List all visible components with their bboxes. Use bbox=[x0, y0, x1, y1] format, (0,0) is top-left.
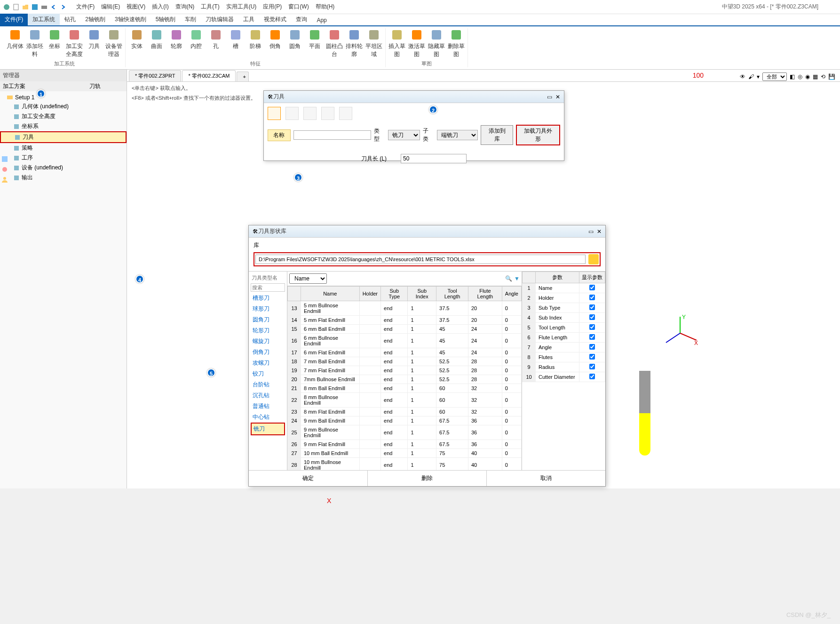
type-item[interactable]: 台阶钻 bbox=[251, 379, 285, 390]
param-checkbox[interactable] bbox=[589, 295, 595, 300]
table-row[interactable]: 259 mm Bullnose Endmillend167.5360 bbox=[288, 425, 522, 440]
ribbon-item[interactable]: 添加坯料 bbox=[26, 28, 43, 58]
ribbon-item[interactable]: 隐藏草图 bbox=[428, 28, 445, 58]
param-checkbox[interactable] bbox=[589, 285, 595, 290]
ribbon-tab-app[interactable]: App bbox=[312, 15, 331, 25]
table-header[interactable]: Flute Length bbox=[468, 287, 502, 301]
ribbon-item[interactable]: 刀具 bbox=[86, 28, 103, 58]
save-view-icon[interactable]: 💾 bbox=[828, 73, 835, 80]
ribbon-tab-visual[interactable]: 视觉样式 bbox=[259, 14, 291, 25]
menu-query[interactable]: 查询(N) bbox=[175, 3, 195, 11]
type-item[interactable]: 铣刀 bbox=[251, 423, 285, 435]
ribbon-item[interactable]: 圆柱凸台 bbox=[326, 28, 343, 58]
menu-utility[interactable]: 实用工具(U) bbox=[226, 3, 257, 11]
menu-insert[interactable]: 插入(I) bbox=[152, 3, 168, 11]
cancel-button[interactable]: 取消 bbox=[486, 471, 605, 486]
filter-field-select[interactable]: Name bbox=[289, 273, 327, 284]
type-item[interactable]: 球形刀 bbox=[251, 304, 285, 314]
param-checkbox[interactable] bbox=[589, 374, 595, 379]
library-path-input[interactable] bbox=[255, 255, 586, 264]
new-icon[interactable] bbox=[12, 3, 20, 11]
menu-window[interactable]: 窗口(W) bbox=[288, 3, 309, 11]
table-header[interactable]: Name bbox=[301, 287, 360, 301]
ribbon-item[interactable]: 阶梯 bbox=[247, 28, 264, 58]
ribbon-item[interactable]: 插入草图 bbox=[388, 28, 405, 58]
table-header[interactable]: Sub Index bbox=[408, 287, 436, 301]
view-icon[interactable] bbox=[1, 166, 8, 173]
render-icon[interactable]: ◎ bbox=[798, 73, 802, 80]
menu-file[interactable]: 文件(F) bbox=[76, 3, 95, 11]
ribbon-tab-tools[interactable]: 工具 bbox=[238, 14, 259, 25]
table-row[interactable]: 218 mm Ball Endmillend160320 bbox=[288, 384, 522, 393]
table-header[interactable]: Angle bbox=[502, 287, 521, 301]
table-row[interactable]: 197 mm Flat Endmillend152.5280 bbox=[288, 366, 522, 375]
table-row[interactable]: 228 mm Bullnose Endmillend160320 bbox=[288, 393, 522, 408]
ribbon-item[interactable]: 坐标 bbox=[46, 28, 63, 58]
ribbon-tab-file[interactable]: 文件(F) bbox=[0, 14, 28, 25]
ribbon-tab-2axis[interactable]: 2轴铣削 bbox=[80, 14, 110, 25]
filter-funnel-icon[interactable]: ▼ bbox=[514, 275, 520, 282]
browse-folder-icon[interactable] bbox=[588, 254, 599, 264]
type-item[interactable]: 攻螺刀 bbox=[251, 358, 285, 368]
menu-tools[interactable]: 工具(T) bbox=[201, 3, 219, 11]
menu-app[interactable]: 应用(P) bbox=[263, 3, 282, 11]
type-item[interactable]: 铰刀 bbox=[251, 368, 285, 379]
doc-tab-cam[interactable]: * 零件002.Z3CAM bbox=[182, 70, 236, 81]
ribbon-item[interactable]: 内腔 bbox=[188, 28, 205, 58]
tree-item[interactable]: 刀具 bbox=[0, 131, 127, 143]
table-row[interactable]: 187 mm Ball Endmillend152.5280 bbox=[288, 357, 522, 366]
param-checkbox[interactable] bbox=[589, 334, 595, 340]
tree-item[interactable]: 加工安全高度 bbox=[0, 112, 127, 121]
menu-view[interactable]: 视图(V) bbox=[127, 3, 145, 11]
name-input[interactable] bbox=[293, 130, 372, 140]
table-row[interactable]: 238 mm Flat Endmillend160320 bbox=[288, 408, 522, 416]
tree-item[interactable]: 策略 bbox=[0, 143, 127, 153]
tree-item[interactable]: 工序 bbox=[0, 153, 127, 163]
ribbon-item[interactable]: 几何体 bbox=[7, 28, 24, 58]
brush-icon[interactable]: 🖌 bbox=[748, 73, 754, 80]
table-header[interactable]: Holder bbox=[359, 287, 380, 301]
ribbon-tab-cam[interactable]: 加工系统 bbox=[28, 14, 60, 25]
minimize-icon[interactable]: ▭ bbox=[547, 94, 552, 100]
table-row[interactable]: 249 mm Ball Endmillend167.5360 bbox=[288, 416, 522, 425]
tree-root[interactable]: Setup 1 bbox=[0, 93, 127, 102]
ribbon-tab-3axis[interactable]: 3轴快速铣削 bbox=[110, 14, 151, 25]
cube-icon[interactable]: ◧ bbox=[790, 73, 795, 80]
tree-item[interactable]: 设备 (undefined) bbox=[0, 163, 127, 173]
tool-tab-drill[interactable] bbox=[285, 107, 299, 120]
ribbon-item[interactable]: 排料轮廓 bbox=[346, 28, 363, 58]
type-item[interactable]: 轮形刀 bbox=[251, 325, 285, 336]
tool-grid[interactable]: NameHolderSub TypeSub IndexTool LengthFl… bbox=[287, 286, 522, 470]
ribbon-item[interactable]: 轮廓 bbox=[168, 28, 185, 58]
delete-button[interactable]: 删除 bbox=[367, 471, 486, 486]
print-icon[interactable] bbox=[40, 3, 48, 11]
viewport[interactable]: * 零件002.Z3PRT * 零件002.Z3CAM + <单击右键> 获取点… bbox=[127, 70, 840, 488]
close-icon[interactable]: ✕ bbox=[597, 228, 602, 235]
vis-icon[interactable]: 👁 bbox=[740, 73, 745, 80]
type-select[interactable]: 铣刀 bbox=[388, 130, 420, 140]
type-item[interactable]: 中心钻 bbox=[251, 412, 285, 423]
menu-help[interactable]: 帮助(H) bbox=[316, 3, 335, 11]
tool-tab-tap[interactable] bbox=[303, 107, 317, 120]
user-icon[interactable] bbox=[1, 176, 8, 184]
reset-icon[interactable]: ⟲ bbox=[821, 73, 825, 80]
table-row[interactable]: 207mm Bullnose Endmillend152.5280 bbox=[288, 375, 522, 384]
type-item[interactable]: 槽形刀 bbox=[251, 293, 285, 304]
table-row[interactable]: 135 mm Bullnose Endmillend137.5200 bbox=[288, 301, 522, 316]
load-shape-button[interactable]: 加载刀具外形 bbox=[516, 125, 560, 145]
ribbon-tab-turn[interactable]: 车削 bbox=[180, 14, 201, 25]
ribbon-item[interactable]: 圆角 bbox=[286, 28, 303, 58]
type-item[interactable]: 普通钻 bbox=[251, 401, 285, 412]
table-row[interactable]: 166 mm Bullnose Endmillend145240 bbox=[288, 334, 522, 348]
ribbon-item[interactable]: 平面 bbox=[306, 28, 323, 58]
ribbon-tab-drill[interactable]: 钻孔 bbox=[60, 14, 80, 25]
tool-tab-other[interactable] bbox=[339, 107, 352, 120]
tree-item[interactable]: 坐标系 bbox=[0, 121, 127, 131]
type-item[interactable]: 倒角刀 bbox=[251, 347, 285, 358]
open-icon[interactable] bbox=[22, 3, 29, 11]
param-checkbox[interactable] bbox=[589, 324, 595, 330]
table-row[interactable]: 2710 mm Ball Endmillend175400 bbox=[288, 449, 522, 458]
table-row[interactable]: 176 mm Flat Endmillend145240 bbox=[288, 348, 522, 357]
table-header[interactable] bbox=[288, 287, 301, 301]
save-icon[interactable] bbox=[31, 3, 39, 11]
